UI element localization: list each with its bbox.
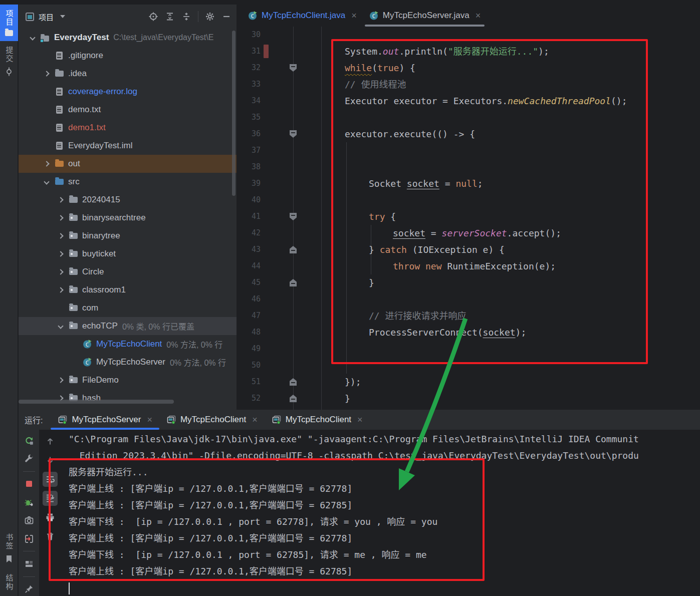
code-line[interactable]: 51}); [237,374,700,390]
tree-row[interactable]: Circle [19,263,237,281]
settings-gear-icon[interactable] [205,12,215,22]
scroll-up-icon[interactable] [43,434,58,449]
close-icon[interactable]: × [147,415,152,425]
run-tab[interactable]: MyTcpEchoClient× [265,410,370,430]
tree-row[interactable]: EverydayTestC:\test_java\EverydayTest\E [19,29,237,47]
hide-icon[interactable] [221,12,231,22]
scroll-to-end-icon[interactable] [43,491,58,506]
close-icon[interactable]: × [476,11,481,21]
chevron-right-icon[interactable] [58,269,63,274]
clear-icon[interactable] [43,529,58,544]
code-line[interactable]: 47// 进行接收请求并响应 [237,308,700,324]
tool-window-button-commit[interactable]: 提交 [0,41,18,82]
chevron-right-icon[interactable] [58,233,63,238]
tree-row[interactable]: com [19,299,237,317]
code-line[interactable]: 30 [237,27,700,43]
tree-row[interactable]: FileDemo [19,371,237,389]
fold-marker-icon[interactable] [290,246,297,253]
project-view-dropdown-icon[interactable] [60,15,65,18]
run-tab[interactable]: MyTcpEchoServer× [51,410,159,430]
tree-row[interactable]: demo1.txt [19,119,237,137]
tree-row[interactable]: .idea [19,65,237,83]
print-icon[interactable] [43,510,58,525]
chevron-right-icon[interactable] [58,197,63,202]
wrench-icon[interactable] [22,452,37,465]
code-line[interactable]: 39Socket socket = null; [237,175,700,192]
code-line[interactable]: 36executor.execute(() -> { [237,126,700,142]
tree-row[interactable]: out [19,155,237,173]
coverage-rerun-icon[interactable] [22,495,37,509]
code-line[interactable]: 31System.out.println("服务器开始运行..."); [237,43,700,60]
layout-icon[interactable] [22,557,37,570]
stop-icon[interactable] [22,477,37,491]
exit-icon[interactable] [22,532,37,545]
chevron-right-icon[interactable] [58,287,63,292]
tree-row[interactable]: src [19,173,237,191]
locate-icon[interactable] [148,12,158,22]
code-line[interactable]: 32while(true) { [237,60,700,76]
console-output[interactable]: "C:\Program Files\Java\jdk-17\bin\java.e… [61,430,700,596]
pin-icon[interactable] [22,582,37,596]
code-line[interactable]: 38 [237,159,700,175]
fold-marker-icon[interactable] [290,64,297,72]
run-tab[interactable]: MyTcpEchoClient× [159,410,265,430]
code-line[interactable]: 46 [237,291,700,308]
tool-window-button-bookmarks[interactable]: 书签 [0,528,18,569]
code-line[interactable]: 44throw new RuntimeException(e); [237,258,700,274]
code-line[interactable]: 40 [237,192,700,208]
fold-marker-icon[interactable] [290,395,297,402]
chevron-right-icon[interactable] [58,215,63,220]
code-line[interactable]: 45} [237,274,700,291]
code-line[interactable]: 50 [237,357,700,374]
expand-all-icon[interactable] [165,12,175,22]
scroll-down-icon[interactable] [43,453,58,468]
fold-marker-icon[interactable] [290,378,297,386]
tree-row[interactable]: CMyTcpEchoClient0% 方法, 0% 行 [19,335,237,353]
code-line[interactable]: 42socket = serverSocket.accept(); [237,225,700,241]
tree-row[interactable]: CMyTcpEchoServer0% 方法, 0% 行 [19,353,237,371]
fold-marker-icon[interactable] [290,130,297,138]
code-line[interactable]: 49 [237,341,700,357]
tree-row[interactable]: echoTCP0% 类, 0% 行已覆盖 [19,317,237,335]
tree-row[interactable]: binarysearchtree [19,209,237,227]
close-icon[interactable]: × [351,11,357,21]
collapse-all-icon[interactable] [181,12,191,22]
tree-row[interactable]: .gitignore [19,47,237,65]
close-icon[interactable]: × [252,415,258,425]
tree-horizontal-scrollbar[interactable] [19,400,174,404]
tree-row[interactable]: binarytree [19,227,237,245]
code-line[interactable]: 48ProcessServerConnect(socket); [237,324,700,341]
tree-row[interactable]: buyticket [19,245,237,263]
tool-window-button-project[interactable]: 项目 [0,5,18,41]
editor-tab[interactable]: CMyTcpEchoClient.java× [242,5,363,27]
chevron-down-icon[interactable] [44,179,49,184]
code-line[interactable]: 37 [237,142,700,159]
code-line[interactable]: 52} [237,390,700,407]
tree-row[interactable]: hash [19,389,237,407]
fold-marker-icon[interactable] [290,213,297,220]
chevron-right-icon[interactable] [58,251,63,256]
tree-row[interactable]: 20240415 [19,191,237,209]
chevron-right-icon[interactable] [44,71,49,76]
editor-tab[interactable]: CMyTcpEchoServer.java× [363,5,487,27]
fold-marker-icon[interactable] [290,279,297,286]
chevron-right-icon[interactable] [58,377,63,383]
camera-icon[interactable] [22,514,37,527]
code-line[interactable]: 33// 使用线程池 [237,76,700,93]
tool-window-button-structure[interactable]: 结构 [0,569,18,596]
chevron-down-icon[interactable] [58,323,63,329]
code-line[interactable]: 35 [237,109,700,126]
chevron-down-icon[interactable] [30,35,35,40]
chevron-right-icon[interactable] [44,161,49,166]
close-icon[interactable]: × [357,415,363,425]
tree-row[interactable]: classroom1 [19,281,237,299]
rerun-icon[interactable] [22,434,37,447]
code-line[interactable]: 34Executor executor = Executors.newCache… [237,93,700,109]
code-line[interactable]: 41try { [237,208,700,225]
code-line[interactable]: 43} catch (IOException e) { [237,241,700,258]
soft-wrap-icon[interactable] [43,472,58,487]
tree-vertical-scrollbar[interactable] [232,31,236,196]
tree-row[interactable]: demo.txt [19,101,237,119]
tree-row[interactable]: EverydayTest.iml [19,137,237,155]
tree-row[interactable]: coverage-error.log [19,83,237,101]
